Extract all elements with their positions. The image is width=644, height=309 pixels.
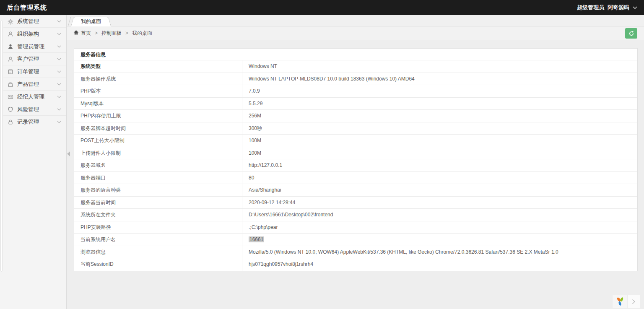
- table-row: 服务器端口80: [74, 172, 637, 184]
- sidebar-menu: 系统管理组织架构管理员管理客户管理订单管理产品管理经纪人管理风险管理记录管理: [3, 15, 66, 128]
- chevron-down-icon: [57, 33, 61, 35]
- table-row: 服务器操作系统Windows NT LAPTOP-MLDS08D7 10.0 b…: [74, 73, 637, 86]
- main-area: 我的桌面 首页 > 控制面板 > 我的桌面 服务器信息 系统类型Windows …: [67, 15, 644, 309]
- sidebar-item-label: 风险管理: [17, 106, 57, 113]
- row-value: 16661: [242, 234, 637, 246]
- user-menu[interactable]: 超级管理员 阿奇源码: [577, 4, 637, 11]
- sidebar-item-7[interactable]: 经纪人管理: [3, 91, 66, 103]
- breadcrumb: 首页 > 控制面板 > 我的桌面: [67, 26, 644, 40]
- sidebar-item-6[interactable]: 产品管理: [3, 78, 66, 91]
- table-row: PHP安装路径.;C:\php\pear: [74, 221, 637, 234]
- row-value: 300秒: [242, 122, 637, 135]
- refresh-button[interactable]: [625, 28, 637, 39]
- chevron-down-icon: [57, 121, 61, 123]
- row-label: 服务器域名: [74, 159, 242, 171]
- tab-my-desktop[interactable]: 我的桌面: [74, 17, 108, 26]
- table-row: 当前系统用户名16661: [74, 234, 637, 246]
- user-role: 超级管理员: [577, 4, 604, 11]
- highlighted-value: 16661: [249, 236, 264, 242]
- breadcrumb-separator: >: [125, 30, 128, 36]
- table-row: 服务器脚本超时时间300秒: [74, 122, 637, 135]
- server-info-panel: 服务器信息 系统类型Windows NT服务器操作系统Windows NT LA…: [74, 48, 638, 271]
- breadcrumb-control-panel[interactable]: 控制面板: [101, 30, 122, 37]
- row-value: 80: [242, 172, 637, 184]
- row-label: 服务器脚本超时时间: [74, 122, 242, 135]
- sidebar-item-5[interactable]: 订单管理: [3, 65, 66, 78]
- org-user-icon: [8, 31, 14, 37]
- sidebar-item-label: 经纪人管理: [17, 93, 57, 101]
- product-bag-icon: [8, 81, 14, 87]
- sidebar-item-label: 组织架构: [17, 30, 57, 38]
- sidebar-item-2[interactable]: 组织架构: [3, 28, 66, 40]
- row-value: .;C:\php\pear: [242, 221, 637, 234]
- table-row: 服务器域名http://127.0.0.1: [74, 159, 637, 172]
- brand-logo-icon: [615, 296, 626, 307]
- row-value: D:\Users\16661\Desktop\002\frontend: [242, 209, 637, 221]
- row-label: Mysql版本: [74, 98, 242, 110]
- next-page-button[interactable]: [628, 295, 640, 308]
- sidebar-item-label: 系统管理: [17, 18, 57, 25]
- top-bar: 后台管理系统 超级管理员 阿奇源码: [0, 0, 644, 15]
- table-row: 上传附件大小限制100M: [74, 147, 637, 160]
- brand-logo-button[interactable]: [612, 295, 628, 308]
- chevron-down-icon: [57, 70, 61, 73]
- tab-strip: 我的桌面: [67, 15, 644, 26]
- sidebar-item-9[interactable]: 记录管理: [3, 116, 66, 128]
- row-label: 当前SessionID: [74, 258, 242, 271]
- breadcrumb-separator: >: [95, 30, 98, 36]
- sidebar-item-3[interactable]: 管理员管理: [3, 40, 66, 53]
- chevron-down-icon: [633, 6, 637, 9]
- row-label: PHP内存使用上限: [74, 110, 242, 122]
- table-row: 系统类型Windows NT: [74, 60, 637, 73]
- row-label: 当前系统用户名: [74, 234, 242, 246]
- customer-user-icon: [8, 56, 14, 62]
- order-list-icon: [8, 68, 14, 75]
- sidebar-item-label: 记录管理: [17, 118, 57, 126]
- sidebar-item-8[interactable]: 风险管理: [3, 103, 66, 116]
- row-label: 服务器的语言种类: [74, 184, 242, 196]
- table-row: PHP内存使用上限256M: [74, 110, 637, 122]
- chevron-down-icon: [57, 108, 61, 111]
- sidebar: 系统管理组织架构管理员管理客户管理订单管理产品管理经纪人管理风险管理记录管理: [0, 15, 67, 309]
- chevron-down-icon: [57, 45, 61, 48]
- row-label: PHP版本: [74, 85, 242, 97]
- row-value: 100M: [242, 147, 637, 159]
- row-label: 系统类型: [74, 60, 242, 73]
- home-icon: [73, 30, 79, 36]
- chevron-down-icon: [57, 20, 61, 23]
- row-value: 7.0.9: [242, 85, 637, 97]
- sidebar-scrollbar[interactable]: [0, 20, 3, 272]
- breadcrumb-home[interactable]: 首页: [81, 30, 91, 37]
- row-label: 浏览器信息: [74, 246, 242, 258]
- table-row: 浏览器信息Mozilla/5.0 (Windows NT 10.0; WOW64…: [74, 246, 637, 259]
- row-value: 2020-09-12 14:28:44: [242, 197, 637, 209]
- sidebar-item-4[interactable]: 客户管理: [3, 53, 66, 65]
- row-label: 服务器操作系统: [74, 73, 242, 85]
- gear-icon: [8, 18, 14, 25]
- row-label: PHP安装路径: [74, 221, 242, 234]
- sidebar-item-1[interactable]: 系统管理: [3, 15, 66, 28]
- app-title: 后台管理系统: [7, 4, 47, 12]
- risk-shield-icon: [8, 106, 14, 112]
- chevron-down-icon: [57, 58, 61, 60]
- sidebar-item-label: 客户管理: [17, 55, 57, 63]
- row-value: 5.5.29: [242, 98, 637, 110]
- row-value: 100M: [242, 135, 637, 147]
- row-value: 256M: [242, 110, 637, 122]
- row-label: 上传附件大小限制: [74, 147, 242, 159]
- sidebar-item-label: 订单管理: [17, 68, 57, 75]
- row-value: hjs071qgh0957vhoi8j1rshrh4: [242, 258, 637, 271]
- chevron-down-icon: [57, 96, 61, 98]
- user-name: 阿奇源码: [608, 4, 629, 11]
- broker-card-icon: [8, 93, 14, 100]
- row-label: 服务器当前时间: [74, 197, 242, 209]
- sidebar-item-label: 产品管理: [17, 80, 57, 88]
- sidebar-item-label: 管理员管理: [17, 43, 57, 50]
- table-row: 服务器的语言种类Asia/Shanghai: [74, 184, 637, 197]
- server-info-rows: 系统类型Windows NT服务器操作系统Windows NT LAPTOP-M…: [74, 60, 637, 271]
- table-row: POST上传大小限制100M: [74, 135, 637, 147]
- row-value: http://127.0.0.1: [242, 159, 637, 171]
- row-label: 系统所在文件夹: [74, 209, 242, 221]
- row-value: Asia/Shanghai: [242, 184, 637, 196]
- table-row: 系统所在文件夹D:\Users\16661\Desktop\002\fronte…: [74, 209, 637, 221]
